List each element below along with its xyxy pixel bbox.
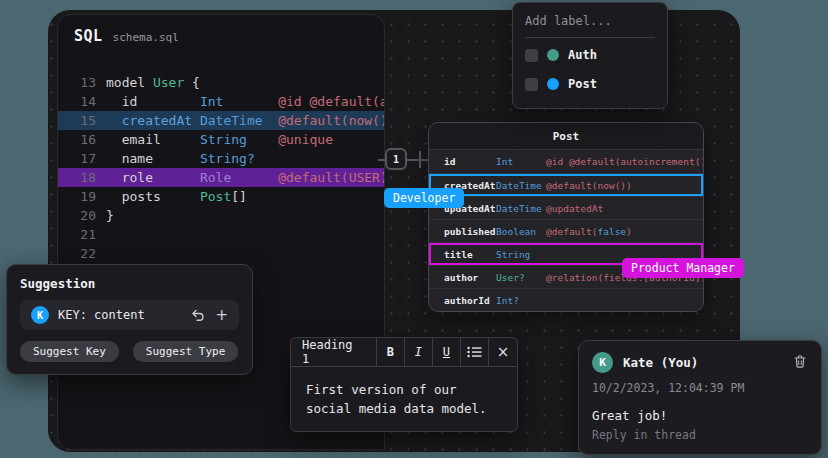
code-line[interactable]: 17 name String? [58, 149, 384, 168]
line-number: 22 [58, 244, 96, 263]
table-row[interactable]: updatedAtDateTime@updatedAt [429, 196, 703, 219]
field-name: authorId [444, 295, 496, 306]
bullet-list-icon[interactable] [461, 338, 489, 366]
user-label-developer[interactable]: Developer [384, 188, 464, 208]
note-toolbar: Heading 1 B I U × [291, 338, 517, 367]
field-attributes: @id @default(autoincrement()) [546, 156, 703, 167]
post-table[interactable]: Post idInt@id @default(autoincrement())c… [428, 122, 704, 312]
suggest-type-button[interactable]: Suggest Type [133, 341, 238, 362]
line-number: 19 [58, 187, 96, 206]
label-option-text: Post [568, 77, 597, 91]
label-options-list: AuthPost [525, 43, 655, 96]
relation-cardinality-badge: 1 [385, 148, 407, 170]
suggestion-title: Suggestion [20, 276, 239, 291]
field-type: DateTime [496, 203, 546, 214]
field-attributes: @default(false) [546, 226, 632, 237]
line-number: 14 [58, 92, 96, 111]
field-name: author [444, 272, 496, 283]
label-option-auth[interactable]: Auth [525, 43, 655, 67]
suggestion-key-text: KEY: content [58, 308, 182, 322]
editor-title: SQL [74, 27, 103, 45]
checkbox[interactable] [525, 78, 538, 91]
table-row[interactable]: authorIdInt? [429, 288, 703, 311]
undo-icon[interactable] [191, 309, 205, 322]
line-number: 17 [58, 149, 96, 168]
line-number: 15 [58, 111, 96, 130]
code-text: role Role @default(USER) [96, 168, 385, 187]
label-color-dot [547, 49, 559, 61]
user-label-product-manager[interactable]: Product Manager [622, 258, 744, 278]
bold-button[interactable]: B [377, 338, 405, 366]
suggest-key-button[interactable]: Suggest Key [20, 341, 119, 362]
code-line[interactable]: 22 [58, 244, 384, 263]
line-number: 16 [58, 130, 96, 149]
add-label-popover: Add label... AuthPost [512, 2, 668, 109]
field-name: id [444, 156, 496, 167]
code-text [96, 244, 106, 263]
italic-button[interactable]: I [405, 338, 433, 366]
code-line[interactable]: 18 role Role @default(USER) [58, 168, 384, 187]
code-text: name String? [96, 149, 255, 168]
code-text: } [96, 206, 114, 225]
comment-body: Great job! [592, 408, 808, 423]
code-line[interactable]: 21 [58, 225, 384, 244]
add-label-input[interactable]: Add label... [525, 12, 655, 38]
suggestion-actions: + [191, 308, 228, 323]
label-color-dot [547, 78, 559, 90]
heading-select[interactable]: Heading 1 [291, 338, 377, 366]
note-text[interactable]: First version of our social media data m… [291, 367, 517, 431]
field-attributes: @updatedAt [546, 203, 603, 214]
avatar: K [592, 352, 613, 373]
avatar: K [31, 306, 49, 324]
add-icon[interactable]: + [215, 308, 228, 323]
code-text: model User { [96, 73, 200, 92]
comment-panel: K Kate (You) 10/2/2023, 12:04:39 PM Grea… [578, 340, 822, 455]
field-type: String [496, 249, 546, 260]
field-name: published [444, 226, 496, 237]
code-text: createdAt DateTime @default(now()) [96, 111, 385, 130]
editor-header: SQL schema.sql [58, 15, 384, 45]
workspace: SQL schema.sql 13model User {14 id Int @… [0, 0, 828, 458]
table-row[interactable]: createdAtDateTime@default(now()) [429, 173, 703, 196]
code-area[interactable]: 13model User {14 id Int @id @default(aut… [58, 73, 384, 263]
table-row[interactable]: publishedBoolean@default(false) [429, 219, 703, 242]
field-type: Int [496, 156, 546, 167]
code-text: email String @unique [96, 130, 333, 149]
reply-in-thread-link[interactable]: Reply in thread [592, 428, 808, 442]
suggestion-panel: Suggestion K KEY: content + Suggest Key … [6, 264, 253, 375]
field-type: Int? [496, 295, 546, 306]
code-line[interactable]: 19 posts Post[] [58, 187, 384, 206]
field-name: title [444, 249, 496, 260]
comment-timestamp: 10/2/2023, 12:04:39 PM [592, 381, 808, 395]
table-row[interactable]: idInt@id @default(autoincrement()) [429, 150, 703, 173]
post-table-rows: idInt@id @default(autoincrement())create… [429, 150, 703, 311]
field-attributes: @default(now()) [546, 180, 632, 191]
line-number: 18 [58, 168, 96, 187]
code-line[interactable]: 14 id Int @id @default(autoincrement()) [58, 92, 384, 111]
field-type: User? [496, 272, 546, 283]
label-option-post[interactable]: Post [525, 72, 655, 96]
note-text-line: First version of our [306, 380, 502, 399]
line-number: 21 [58, 225, 96, 244]
editor-filename: schema.sql [113, 31, 179, 44]
label-option-text: Auth [568, 48, 597, 62]
field-type: DateTime [496, 180, 546, 191]
code-text: id Int @id @default(autoincrement()) [96, 92, 385, 111]
checkbox[interactable] [525, 49, 538, 62]
note-text-line: social media data model. [306, 399, 502, 418]
code-text: posts Post[] [96, 187, 247, 206]
underline-button[interactable]: U [433, 338, 461, 366]
post-table-title: Post [429, 123, 703, 150]
field-type: Boolean [496, 226, 546, 237]
code-line[interactable]: 20} [58, 206, 384, 225]
relation-cardinality-tick [419, 151, 421, 168]
code-text [96, 225, 106, 244]
code-line[interactable]: 16 email String @unique [58, 130, 384, 149]
comment-header: K Kate (You) [592, 352, 808, 373]
trash-icon[interactable] [794, 353, 806, 372]
suggestion-item[interactable]: K KEY: content + [20, 300, 239, 330]
code-line[interactable]: 13model User { [58, 73, 384, 92]
code-line[interactable]: 15 createdAt DateTime @default(now()) [58, 111, 384, 130]
close-icon[interactable]: × [489, 338, 517, 366]
suggestion-buttons: Suggest Key Suggest Type [20, 341, 239, 362]
